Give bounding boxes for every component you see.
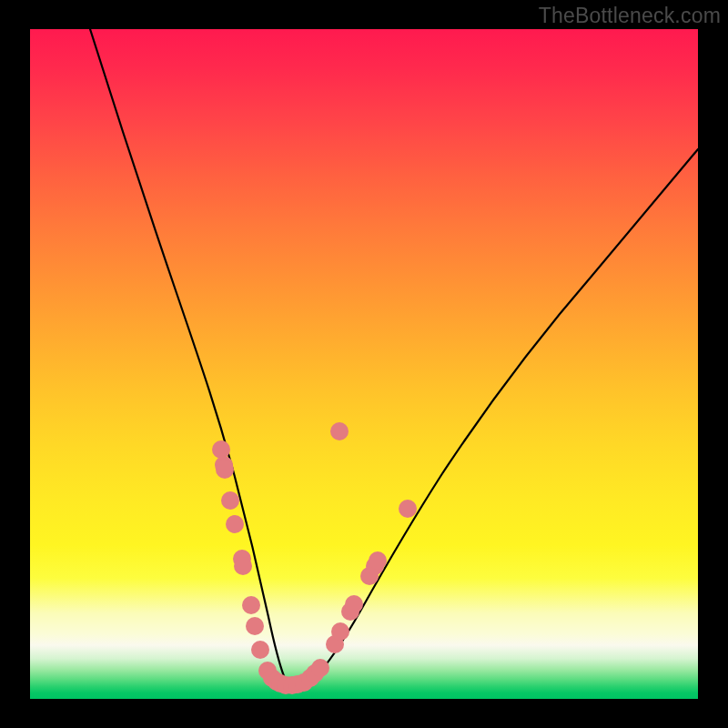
marker <box>234 557 252 575</box>
marker <box>216 460 234 479</box>
marker <box>242 596 260 614</box>
chart-plot-area <box>30 29 698 699</box>
marker <box>311 659 329 677</box>
marker-group <box>212 422 417 694</box>
marker <box>246 617 264 635</box>
curve-svg <box>30 29 698 699</box>
marker <box>330 422 349 440</box>
marker <box>221 491 239 510</box>
marker <box>212 440 230 459</box>
marker <box>369 551 387 570</box>
watermark-text: TheBottleneck.com <box>539 4 721 28</box>
marker <box>226 515 244 533</box>
marker <box>331 622 349 641</box>
marker <box>399 500 417 518</box>
chart-frame: TheBottleneck.com <box>0 0 728 728</box>
bottleneck-curve <box>90 29 698 685</box>
marker <box>251 641 269 659</box>
marker <box>345 595 363 613</box>
